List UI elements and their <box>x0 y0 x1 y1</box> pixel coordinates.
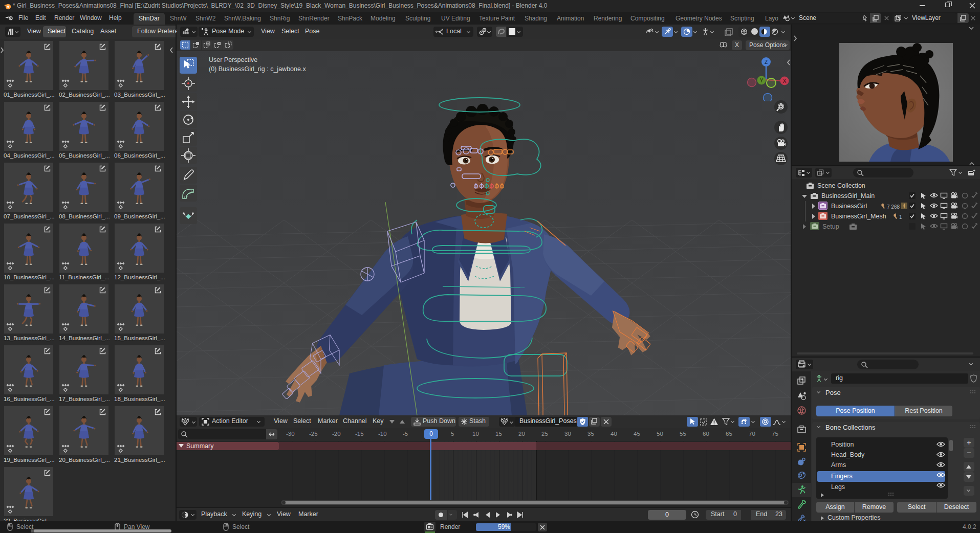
svg-text:Y: Y <box>760 78 764 83</box>
svg-text:X: X <box>783 78 787 84</box>
svg-text:Z: Z <box>765 59 768 65</box>
